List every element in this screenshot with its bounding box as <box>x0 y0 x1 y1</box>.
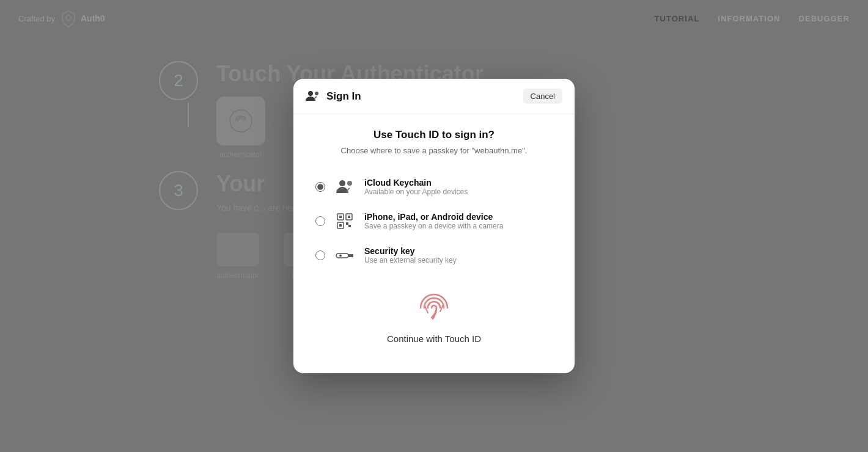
radio-security-key[interactable] <box>315 250 325 260</box>
modal-subtitle: Choose where to save a passkey for "weba… <box>311 146 557 155</box>
svg-rect-14 <box>351 254 353 257</box>
svg-rect-13 <box>348 254 351 257</box>
svg-point-2 <box>308 91 313 96</box>
fingerprint-icon <box>416 290 452 326</box>
security-key-option-desc: Use an external security key <box>364 256 457 264</box>
radio-device[interactable] <box>315 216 325 226</box>
icloud-option-desc: Available on your Apple devices <box>364 188 468 196</box>
security-key-icon <box>334 244 356 266</box>
device-icon <box>334 210 356 232</box>
svg-rect-10 <box>348 216 350 218</box>
icloud-option-title: iCloud Keychain <box>364 178 468 188</box>
svg-point-4 <box>339 180 345 186</box>
icloud-option-text: iCloud Keychain Available on your Apple … <box>364 178 468 196</box>
device-option-title: iPhone, iPad, or Android device <box>364 212 503 222</box>
device-option-text: iPhone, iPad, or Android device Save a p… <box>364 212 503 230</box>
radio-icloud[interactable] <box>315 182 325 192</box>
modal-backdrop: Sign In Cancel Use Touch ID to sign in? … <box>0 0 868 452</box>
svg-point-3 <box>315 92 318 95</box>
svg-rect-11 <box>339 224 342 227</box>
option-icloud[interactable]: iCloud Keychain Available on your Apple … <box>311 170 557 204</box>
option-device[interactable]: iPhone, iPad, or Android device Save a p… <box>311 204 557 238</box>
modal-title: Sign In <box>326 90 361 103</box>
modal-header: Sign In Cancel <box>293 79 575 114</box>
security-key-option-title: Security key <box>364 246 457 256</box>
modal-title-area: Sign In <box>306 90 361 103</box>
icloud-icon <box>334 176 356 198</box>
svg-rect-12 <box>336 253 348 258</box>
device-option-desc: Save a passkey on a device with a camera <box>364 222 503 230</box>
option-security-key[interactable]: Security key Use an external security ke… <box>311 238 557 272</box>
svg-rect-9 <box>339 216 342 218</box>
signin-modal: Sign In Cancel Use Touch ID to sign in? … <box>293 79 575 373</box>
signin-people-icon <box>306 90 320 103</box>
security-key-option-text: Security key Use an external security ke… <box>364 246 457 264</box>
modal-question: Use Touch ID to sign in? <box>311 129 557 141</box>
svg-point-5 <box>347 181 352 186</box>
touchid-area[interactable]: Continue with Touch ID <box>311 290 557 359</box>
cancel-button[interactable]: Cancel <box>523 89 562 104</box>
modal-body: Use Touch ID to sign in? Choose where to… <box>293 114 575 373</box>
svg-point-15 <box>339 255 342 257</box>
touchid-label: Continue with Touch ID <box>387 334 481 344</box>
